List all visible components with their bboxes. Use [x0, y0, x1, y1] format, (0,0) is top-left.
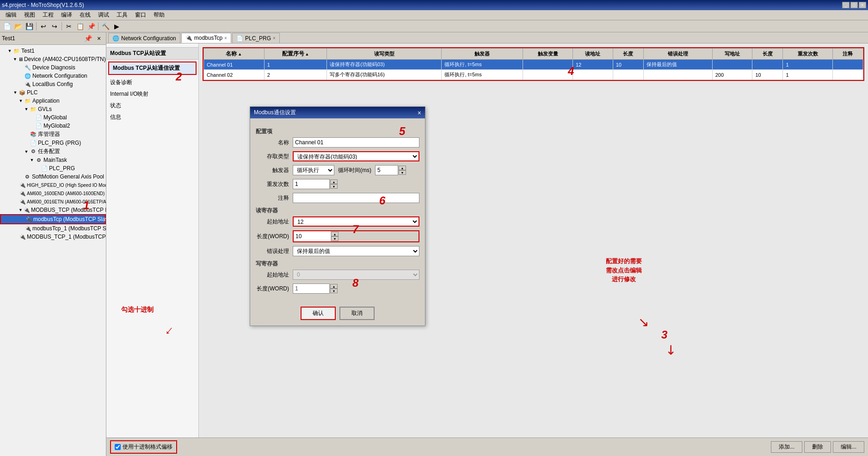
minimize-button[interactable]: _ — [842, 2, 850, 8]
delete-button[interactable]: 删除 — [804, 441, 831, 453]
write-length-row: 长度(WORD) ▲ ▼ — [256, 283, 419, 294]
menu-help[interactable]: 帮助 — [150, 10, 168, 20]
col-config[interactable]: 配置序号▲ — [264, 49, 327, 60]
toolbar-run[interactable]: ▶ — [111, 21, 122, 31]
sidebar-item-localbus[interactable]: 🔌 LocalBus Config — [0, 80, 106, 88]
mem-type-select[interactable]: 读保持寄存器(功能码03) 写多个寄存器(功能码16) 读输入寄存器(功能码04… — [293, 151, 419, 161]
col-name[interactable]: 名称▲ — [204, 49, 265, 60]
toolbar-sep3 — [98, 22, 98, 31]
menu-compile[interactable]: 编译 — [57, 10, 76, 20]
write-len-down[interactable]: ▼ — [330, 289, 338, 293]
decimal-label[interactable]: 使用十进制格式偏移 — [123, 443, 172, 451]
toolbar-copy[interactable]: 📋 — [75, 21, 85, 31]
table-row-ch02[interactable]: Channel 02 2 写多个寄存器(功能码16) 循环执行, t=5ms 2… — [204, 70, 863, 80]
sidebar-item-maintask[interactable]: ▼ ⚙ MainTask — [0, 156, 106, 164]
toolbar-sep1 — [36, 22, 37, 31]
modal-footer: 确认 取消 — [250, 303, 425, 326]
panel-info[interactable]: 信息 — [106, 111, 198, 123]
sidebar-item-application[interactable]: ▼ 📁 Application — [0, 97, 106, 105]
menu-debug[interactable]: 调试 — [94, 10, 113, 20]
toolbar-paste[interactable]: 📌 — [86, 21, 96, 31]
name-control — [293, 137, 419, 148]
modal-ok-button[interactable]: 确认 — [301, 307, 336, 320]
error-handle-label: 错误处理 — [256, 247, 293, 255]
read-start-select[interactable]: 12 — [293, 216, 419, 227]
menu-project[interactable]: 工程 — [39, 10, 57, 20]
sidebar-item-modbustcp[interactable]: 🔌 modbusTcp (ModbusTCP Slave) — [0, 214, 106, 224]
cycle-time-input[interactable] — [375, 165, 398, 175]
sidebar-close[interactable]: × — [94, 33, 104, 43]
read-len-down[interactable]: ▼ — [331, 236, 339, 241]
modal-close-button[interactable]: × — [418, 109, 421, 117]
toolbar-save[interactable]: 💾 — [24, 21, 34, 31]
name-input[interactable] — [293, 137, 419, 148]
panel-internal-io[interactable]: Internal I/O映射 — [106, 88, 198, 100]
toolbar-cut[interactable]: ✂ — [64, 21, 74, 31]
sidebar-item-myglobal2[interactable]: 📄 MyGlobal2 — [0, 122, 106, 130]
sidebar-item-softmotion[interactable]: ⚙ SoftMotion General Axis Pool — [0, 173, 106, 181]
table-row-ch01[interactable]: Channel 01 1 读保持寄存器(功能码03) 循环执行, t=5ms 1… — [204, 60, 863, 70]
edit-button[interactable]: 编辑... — [833, 441, 864, 453]
menu-online[interactable]: 在线 — [76, 10, 94, 20]
sidebar-pin[interactable]: 📌 — [83, 33, 93, 43]
cell-error-handle — [643, 70, 712, 80]
toolbar-build[interactable]: 🔨 — [100, 21, 111, 31]
comment-input[interactable] — [293, 193, 419, 203]
tab-close-icon[interactable]: × — [224, 36, 227, 41]
sidebar-item-test1[interactable]: ▼ 📁 Test1 — [0, 47, 106, 55]
toolbar-new[interactable]: 📄 — [2, 21, 12, 31]
write-len-up[interactable]: ▲ — [330, 284, 338, 289]
decimal-checkbox[interactable] — [115, 444, 121, 450]
retry-input[interactable] — [293, 179, 330, 189]
panel-status[interactable]: 状态 — [106, 100, 198, 111]
sidebar-item-plc[interactable]: ▼ 📦 PLC — [0, 88, 106, 97]
sidebar-item-gvls[interactable]: ▼ 📁 GVLs — [0, 105, 106, 113]
read-len-up[interactable]: ▲ — [331, 232, 339, 236]
tab-close-icon2[interactable]: × — [273, 36, 276, 41]
sidebar-item-net-config[interactable]: 🌐 Network Configuration — [0, 72, 106, 80]
doc-icon: 📄 — [41, 165, 48, 172]
sidebar-item-task-config[interactable]: ▼ ⚙ 任务配置 — [0, 147, 106, 156]
menu-edit[interactable]: 编辑 — [2, 10, 20, 20]
sidebar-item-plc-prg2[interactable]: 📄 PLC_PRG — [0, 164, 106, 173]
read-length-row: 长度(WORD) ▲ ▼ — [256, 230, 419, 242]
sidebar-item-modbustcp-1[interactable]: 🔌 modbusTcp_1 (ModbusTCP Slave) — [0, 224, 106, 233]
panel-device-diag[interactable]: 设备诊断 — [106, 77, 198, 88]
toolbar-undo[interactable]: ↩ — [38, 21, 49, 31]
modal-cancel-button[interactable]: 取消 — [339, 307, 375, 320]
sidebar-item-library[interactable]: 📚 库管理器 — [0, 130, 106, 139]
sidebar-item-plc-prg[interactable]: 📄 PLC_PRG (PRG) — [0, 139, 106, 147]
spinner-up[interactable]: ▲ — [399, 166, 406, 170]
close-button[interactable]: × — [859, 2, 866, 8]
menu-tools[interactable]: 工具 — [113, 10, 131, 20]
sidebar-item-myglobal[interactable]: 📄 MyGlobal — [0, 113, 106, 122]
menu-view[interactable]: 视图 — [20, 10, 39, 20]
write-length-input[interactable] — [293, 283, 330, 294]
io-icon: 🔌 — [19, 190, 26, 197]
spinner-down[interactable]: ▼ — [399, 170, 406, 175]
toolbar-open[interactable]: 📂 — [13, 21, 23, 31]
sidebar-item-am600-1600end[interactable]: 🔌 AM600_1600END (AM600-1600END) — [0, 189, 106, 197]
write-start-select[interactable]: 0 — [293, 270, 419, 280]
tab-modbustcp[interactable]: 🔌 modbusTcp × — [181, 33, 231, 43]
read-length-input[interactable] — [294, 231, 331, 241]
tab-network[interactable]: 🌐 Network Configuration — [108, 33, 180, 43]
trigger-select[interactable]: 循环执行 事件触发 — [293, 165, 334, 175]
retry-up[interactable]: ▲ — [330, 179, 338, 184]
sidebar-item-device[interactable]: ▼ 🖥 Device (AM402-CPU1608TP/TN) — [0, 55, 106, 63]
menu-window[interactable]: 窗口 — [131, 10, 150, 20]
error-handle-select[interactable]: 保持最后的值 清零 — [293, 246, 419, 256]
panel-modbus-comm[interactable]: Modbus TCP从站通信设置 — [109, 62, 196, 74]
add-button[interactable]: 添加... — [771, 441, 802, 453]
name-row: 名称 — [256, 137, 419, 148]
sidebar-item-device-diag[interactable]: 🔧 Device Diagnosis — [0, 63, 106, 72]
sidebar-item-am600-0016etn[interactable]: 🔌 AM600_0016ETN (AM600-0016ETP/AM600-001… — [0, 197, 106, 206]
tab-plc-prg[interactable]: 📄 PLC_PRG × — [232, 33, 280, 43]
sidebar-item-modbus-tcp[interactable]: ▼ 🔌 MODBUS_TCP (ModbusTCP Master) — [0, 206, 106, 214]
title-bar-controls[interactable]: _ □ × — [842, 2, 866, 8]
maximize-button[interactable]: □ — [850, 2, 858, 8]
toolbar-redo[interactable]: ↪ — [49, 21, 60, 31]
sidebar-item-highspeed[interactable]: 🔌 HIGH_SPEED_IO (High Speed IO Module) — [0, 181, 106, 189]
retry-down[interactable]: ▼ — [330, 184, 338, 189]
sidebar-item-modbus-tcp-1[interactable]: 🔌 MODBUS_TCP_1 (ModbusTCP Device) — [0, 233, 106, 241]
